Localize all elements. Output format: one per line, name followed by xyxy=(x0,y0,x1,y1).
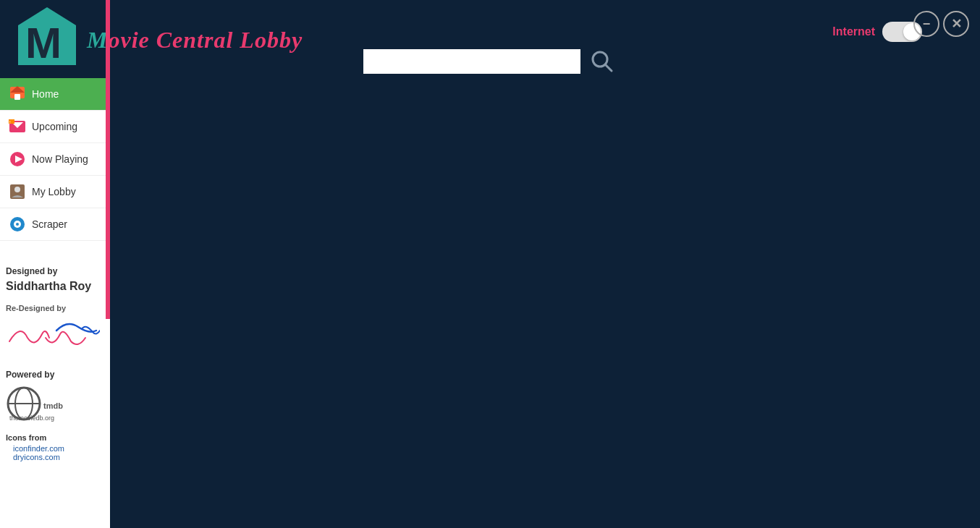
top-bar: M Movie Central Lobby Internet − ✕ xyxy=(0,0,980,80)
internet-label: Internet xyxy=(832,25,875,38)
upcoming-icon: ! xyxy=(9,118,26,135)
minimize-button[interactable]: − xyxy=(913,11,939,37)
sidebar-item-my-lobby[interactable]: My Lobby xyxy=(0,176,110,208)
svg-text:M: M xyxy=(25,19,62,67)
svg-point-17 xyxy=(16,223,19,226)
close-button[interactable]: ✕ xyxy=(943,11,969,37)
now-playing-icon xyxy=(9,150,26,168)
my-lobby-icon xyxy=(9,183,26,200)
icon-source-2: dryicons.com xyxy=(13,453,104,461)
svg-rect-6 xyxy=(14,94,20,100)
sidebar-item-scraper[interactable]: Scraper xyxy=(0,208,110,241)
sidebar-item-home[interactable]: Home xyxy=(0,78,110,111)
powered-by-label: Powered by xyxy=(6,370,104,380)
sidebar-item-upcoming-label: Upcoming xyxy=(32,121,77,132)
sidebar: Home ! Upcoming Now Playing My Lobby xyxy=(0,78,110,528)
designer-name: Siddhartha Roy xyxy=(6,280,104,293)
sidebar-item-upcoming[interactable]: ! Upcoming xyxy=(0,111,110,143)
redesigned-by-label: Re-Designed by xyxy=(6,304,104,312)
icons-from-label: Icons from xyxy=(6,433,104,442)
svg-text:tmdb: tmdb xyxy=(43,401,63,410)
logo-text: Movie Central Lobby xyxy=(87,27,303,54)
svg-line-3 xyxy=(605,64,612,71)
svg-text:themoviedb.org: themoviedb.org xyxy=(9,414,54,422)
sidebar-item-now-playing[interactable]: Now Playing xyxy=(0,143,110,176)
scraper-icon xyxy=(9,216,26,233)
svg-point-14 xyxy=(14,187,20,192)
sidebar-item-my-lobby-label: My Lobby xyxy=(32,186,76,197)
tmdb-logo: tmdb themoviedb.org xyxy=(6,386,85,422)
search-input[interactable] xyxy=(363,49,580,74)
search-icon xyxy=(590,49,614,74)
search-button[interactable] xyxy=(588,47,617,76)
signature-image xyxy=(6,316,100,356)
search-area xyxy=(363,47,617,76)
home-icon xyxy=(9,85,26,103)
logo-icon: M xyxy=(14,4,80,76)
internet-area: Internet xyxy=(832,22,922,42)
logo-area: M Movie Central Lobby xyxy=(14,4,303,76)
sidebar-item-scraper-label: Scraper xyxy=(32,218,67,230)
designed-by-label: Designed by xyxy=(6,266,104,276)
sidebar-item-now-playing-label: Now Playing xyxy=(32,153,88,165)
icon-source-1: iconfinder.com xyxy=(13,444,104,453)
credits-section: Designed by Siddhartha Roy Re-Designed b… xyxy=(0,255,110,528)
main-content xyxy=(110,78,980,528)
window-controls: − ✕ xyxy=(913,11,969,37)
sidebar-item-home-label: Home xyxy=(32,88,59,100)
